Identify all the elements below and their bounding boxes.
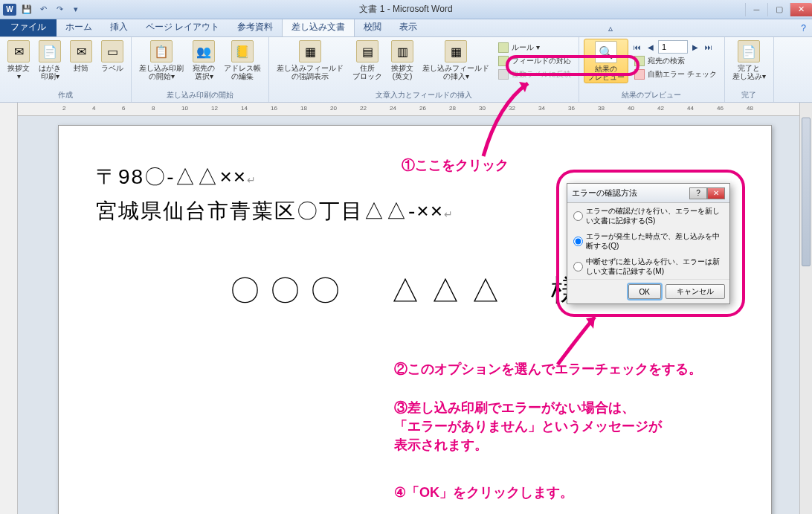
tab-layout[interactable]: ページ レイアウト — [137, 18, 228, 36]
ruler-tick: 22 — [360, 105, 367, 112]
annotation-ring-button — [506, 55, 639, 76]
group-label-preview: 結果のプレビュー — [584, 89, 720, 102]
dialog-option-3[interactable]: 中断せずに差し込みを行い、エラーは新しい文書に記録する(M) — [567, 254, 729, 279]
close-button[interactable]: ✕ — [790, 3, 812, 16]
greeting-button[interactable]: ✉挨拶文 ▾ — [4, 39, 33, 82]
radio-option-1[interactable] — [573, 207, 583, 225]
annotation-4: ④「OK」をクリックします。 — [394, 484, 573, 502]
postcard-button[interactable]: 📄はがき 印刷▾ — [36, 39, 64, 82]
dialog-option-1[interactable]: エラーの確認だけを行い、エラーを新しい文書に記録する(S) — [567, 203, 729, 228]
first-record-button[interactable]: ⏮ — [631, 40, 643, 54]
next-record-button[interactable]: ▶ — [689, 40, 701, 54]
annotation-3: ③差し込み印刷でエラーがない場合は、 「エラーがありません」というメッセージが … — [394, 399, 662, 455]
ruler-tick: 6 — [122, 105, 125, 112]
tab-home[interactable]: ホーム — [57, 18, 101, 36]
find-recipient-button[interactable]: 宛先の検索 — [631, 55, 720, 67]
highlight-icon: ▦ — [299, 40, 321, 62]
ruler-tick: 20 — [330, 105, 337, 112]
finish-merge-button[interactable]: 📄完了と 差し込み▾ — [729, 39, 769, 82]
record-nav: ⏮ ◀ ▶ ⏭ — [631, 40, 720, 54]
edit-list-icon: 📒 — [231, 40, 254, 62]
label-icon: ▭ — [101, 40, 123, 62]
select-recipients-button[interactable]: 👥宛先の 選択▾ — [190, 39, 218, 82]
ruler-tick: 10 — [181, 105, 188, 112]
auto-check-errors-button[interactable]: 自動エラー チェック — [631, 68, 720, 80]
tab-references[interactable]: 参考資料 — [228, 18, 282, 36]
ruler-tick: 46 — [717, 105, 724, 112]
dialog-cancel-button[interactable]: キャンセル — [666, 284, 725, 299]
edit-list-button[interactable]: 📒アドレス帳 の編集 — [221, 39, 264, 82]
greeting-line-icon: ▥ — [391, 40, 413, 62]
address-block-button[interactable]: ▤住所 ブロック — [349, 39, 385, 82]
minimize-button[interactable]: ─ — [745, 3, 767, 16]
ruler-tick: 48 — [747, 105, 753, 112]
radio-option-3[interactable] — [573, 257, 583, 276]
ribbon-minimize-icon[interactable]: ▵ — [602, 20, 619, 36]
last-record-button[interactable]: ⏭ — [703, 40, 715, 54]
group-create: ✉挨拶文 ▾ 📄はがき 印刷▾ ✉封筒 ▭ラベル 作成 — [0, 37, 132, 102]
group-start: 📋差し込み印刷 の開始▾ 👥宛先の 選択▾ 📒アドレス帳 の編集 差し込み印刷の… — [132, 37, 269, 102]
ruler-tick: 44 — [687, 105, 694, 112]
tab-review[interactable]: 校閲 — [355, 18, 390, 36]
greeting-icon: ✉ — [7, 40, 30, 62]
envelope-icon: ✉ — [70, 40, 92, 62]
ruler-tick: 24 — [390, 105, 396, 112]
finish-icon: 📄 — [738, 40, 760, 62]
ruler-tick: 26 — [419, 105, 426, 112]
error-check-dialog: エラーの確認方法 ? ✕ エラーの確認だけを行い、エラーを新しい文書に記録する(… — [567, 183, 730, 304]
annotation-arrow-1 — [476, 74, 543, 164]
group-label-create: 作成 — [4, 89, 126, 102]
vertical-ruler — [0, 103, 18, 514]
redo-icon[interactable]: ↷ — [52, 3, 67, 16]
ruler-tick: 14 — [241, 105, 248, 112]
dialog-help-button[interactable]: ? — [689, 187, 707, 199]
tab-file[interactable]: ファイル — [0, 18, 57, 36]
radio-option-2[interactable] — [573, 232, 583, 251]
address-icon: ▤ — [356, 40, 378, 62]
horizontal-ruler: 2468101214161820222426283032343638404244… — [18, 103, 812, 116]
annotation-1: ①ここをクリック — [402, 156, 509, 175]
scrollbar-thumb[interactable] — [802, 118, 811, 266]
tab-view[interactable]: 表示 — [390, 18, 426, 36]
undo-icon[interactable]: ↶ — [36, 3, 51, 16]
greeting-line-button[interactable]: ▥挨拶文 (英文) — [388, 39, 416, 82]
group-label-finish: 完了 — [729, 89, 769, 102]
ruler-tick: 40 — [628, 105, 634, 112]
dialog-titlebar: エラーの確認方法 ? ✕ — [567, 184, 729, 203]
record-number-input[interactable] — [658, 40, 688, 54]
help-icon[interactable]: ? — [795, 20, 812, 36]
insert-field-icon: ▦ — [445, 40, 467, 62]
ruler-tick: 42 — [657, 105, 664, 112]
ruler-tick: 38 — [598, 105, 605, 112]
tab-insert[interactable]: 挿入 — [101, 18, 137, 36]
word-icon: W — [3, 4, 16, 16]
label-button[interactable]: ▭ラベル — [98, 39, 126, 74]
ruler-tick: 36 — [568, 105, 575, 112]
ruler-tick: 2 — [62, 105, 65, 112]
quick-access-toolbar: 💾 ↶ ↷ ▾ — [19, 3, 83, 16]
dialog-ok-button[interactable]: OK — [628, 284, 661, 299]
ruler-tick: 12 — [211, 105, 218, 112]
tab-mailings[interactable]: 差し込み文書 — [282, 17, 355, 36]
prev-record-button[interactable]: ◀ — [645, 40, 657, 54]
maximize-button[interactable]: ▢ — [767, 3, 790, 16]
save-icon[interactable]: 💾 — [19, 3, 34, 16]
start-merge-button[interactable]: 📋差し込み印刷 の開始▾ — [136, 39, 187, 82]
titlebar: W 💾 ↶ ↷ ▾ 文書 1 - Microsoft Word ─ ▢ ✕ — [0, 0, 812, 19]
highlight-fields-button[interactable]: ▦差し込みフィールド の強調表示 — [274, 39, 347, 82]
ribbon-tabs: ファイル ホーム 挿入 ページ レイアウト 参考資料 差し込み文書 校閲 表示 … — [0, 19, 812, 37]
qat-dropdown-icon[interactable]: ▾ — [68, 3, 83, 16]
ruler-tick: 28 — [449, 105, 456, 112]
ruler-tick: 8 — [152, 105, 155, 112]
rules-button[interactable]: ルール ▾ — [495, 42, 574, 54]
vertical-scrollbar[interactable] — [799, 103, 812, 514]
rules-icon — [498, 42, 509, 53]
envelope-button[interactable]: ✉封筒 — [67, 39, 95, 74]
window-title: 文書 1 - Microsoft Word — [359, 3, 452, 16]
ruler-tick: 16 — [271, 105, 277, 112]
group-finish: 📄完了と 差し込み▾ 完了 — [725, 37, 774, 102]
dialog-title: エラーの確認方法 — [572, 187, 637, 199]
ribbon: ✉挨拶文 ▾ 📄はがき 印刷▾ ✉封筒 ▭ラベル 作成 📋差し込み印刷 の開始▾… — [0, 37, 812, 103]
dialog-close-button[interactable]: ✕ — [707, 187, 725, 199]
dialog-option-2[interactable]: エラーが発生した時点で、差し込みを中断する(Q) — [567, 228, 729, 254]
